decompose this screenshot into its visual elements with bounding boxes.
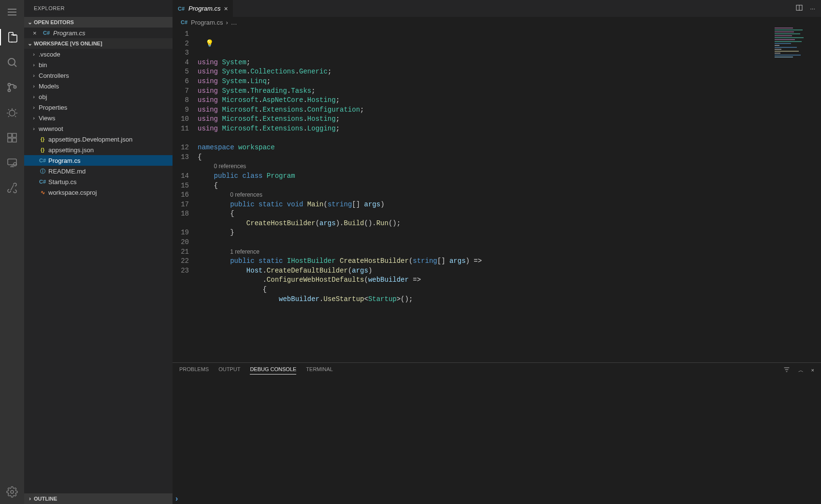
folder-name: obj xyxy=(39,93,47,101)
folder-item[interactable]: ›Views xyxy=(24,113,173,123)
folder-item[interactable]: ›Properties xyxy=(24,102,173,113)
svg-line-10 xyxy=(8,109,9,110)
svg-line-14 xyxy=(8,116,9,117)
sidebar-title: EXPLORER xyxy=(24,0,173,17)
close-icon[interactable]: × xyxy=(224,5,228,13)
file-item[interactable]: ⓘREADME.md xyxy=(24,166,173,176)
file-item[interactable]: C#Program.cs xyxy=(24,155,173,166)
debug-console-body[interactable]: › xyxy=(173,377,821,504)
folder-item[interactable]: ›.vscode xyxy=(24,49,173,59)
svg-point-7 xyxy=(14,86,16,88)
chevron-down-icon: ⌄ xyxy=(26,40,34,47)
svg-point-24 xyxy=(11,490,14,493)
folder-item[interactable]: ›bin xyxy=(24,59,173,70)
folder-item[interactable]: ›Models xyxy=(24,81,173,91)
outline-header[interactable]: › Outline xyxy=(24,493,173,504)
file-name: appsettings.Development.json xyxy=(48,136,132,143)
file-item[interactable]: ∿workspace.csproj xyxy=(24,187,173,198)
sidebar: EXPLORER ⌄ Open Editors × C# Program.cs … xyxy=(24,0,173,504)
lightbulb-icon[interactable]: 💡 xyxy=(205,39,214,49)
debug-icon[interactable] xyxy=(0,104,24,121)
extensions-icon[interactable] xyxy=(0,130,24,146)
app-root: EXPLORER ⌄ Open Editors × C# Program.cs … xyxy=(0,0,821,504)
svg-point-8 xyxy=(9,110,15,116)
csharp-file-icon: C# xyxy=(180,18,188,26)
file-item[interactable]: C#Startup.cs xyxy=(24,176,173,187)
file-item[interactable]: {}appsettings.json xyxy=(24,144,173,155)
editor-tab[interactable]: C# Program.cs × xyxy=(173,0,233,17)
remote-explorer-icon[interactable] xyxy=(0,155,24,171)
svg-rect-17 xyxy=(8,138,12,142)
chevron-right-icon: › xyxy=(26,495,34,502)
folder-item[interactable]: ›wwwroot xyxy=(24,123,173,134)
outline-label: Outline xyxy=(34,496,57,502)
file-tree: ›.vscode›bin›Controllers›Models›obj›Prop… xyxy=(24,49,173,198)
panel-tabs: Problems Output Debug Console Terminal ︿… xyxy=(173,363,821,377)
chevron-right-icon: › xyxy=(31,62,37,68)
activity-bar xyxy=(0,0,24,504)
panel-tab-debug-console[interactable]: Debug Console xyxy=(250,366,296,374)
workspace-header[interactable]: ⌄ Workspace [VS Online] xyxy=(24,38,173,49)
file-item[interactable]: {}appsettings.Development.json xyxy=(24,134,173,144)
file-name: README.md xyxy=(48,168,86,175)
svg-point-6 xyxy=(8,89,11,92)
svg-rect-20 xyxy=(8,159,16,165)
open-editor-item[interactable]: × C# Program.cs xyxy=(24,28,173,38)
folder-item[interactable]: ›Controllers xyxy=(24,70,173,81)
svg-line-15 xyxy=(15,116,16,117)
code-editor[interactable]: 1234567891011 1213 1415161718 1920212223… xyxy=(173,28,821,362)
folder-name: Views xyxy=(39,115,55,122)
folder-item[interactable]: ›obj xyxy=(24,91,173,102)
folder-name: wwwroot xyxy=(39,125,63,132)
tab-bar: C# Program.cs × ··· xyxy=(173,0,821,17)
panel-tab-output[interactable]: Output xyxy=(218,366,240,374)
folder-name: Properties xyxy=(39,104,67,111)
open-editors-header[interactable]: ⌄ Open Editors xyxy=(24,17,173,28)
folder-name: .vscode xyxy=(39,51,60,58)
svg-line-4 xyxy=(14,65,16,67)
chevron-right-icon: › xyxy=(31,94,37,100)
code-content[interactable]: 💡 using System;using System.Collections.… xyxy=(198,28,821,362)
chevron-right-icon: › xyxy=(31,51,37,57)
settings-gear-icon[interactable] xyxy=(0,484,24,500)
file-icon: ⓘ xyxy=(39,167,46,175)
file-icon: C# xyxy=(39,157,46,164)
chevron-right-icon: › xyxy=(31,83,37,89)
file-icon: C# xyxy=(39,178,46,186)
close-icon[interactable]: × xyxy=(33,29,40,37)
csharp-file-icon: C# xyxy=(43,29,50,37)
folder-name: Controllers xyxy=(39,72,69,79)
breadcrumb[interactable]: C# Program.cs › … xyxy=(173,17,821,28)
folder-name: bin xyxy=(39,61,47,69)
breadcrumb-file: Program.cs xyxy=(191,19,223,26)
panel-maximize-icon[interactable]: ︿ xyxy=(798,367,804,374)
file-name: workspace.csproj xyxy=(48,189,97,196)
breadcrumb-sep: › xyxy=(226,19,228,26)
panel-tab-problems[interactable]: Problems xyxy=(179,366,209,374)
svg-rect-18 xyxy=(13,138,16,142)
explorer-icon[interactable] xyxy=(0,29,24,45)
file-icon: {} xyxy=(39,135,46,143)
live-share-icon[interactable] xyxy=(0,180,24,196)
workspace-label: Workspace [VS Online] xyxy=(34,41,102,46)
open-editor-filename: Program.cs xyxy=(53,29,85,37)
file-name: appsettings.json xyxy=(48,146,94,154)
chevron-right-icon: › xyxy=(31,72,37,78)
panel-close-icon[interactable]: × xyxy=(811,367,814,373)
folder-name: Models xyxy=(39,83,59,90)
search-icon[interactable] xyxy=(0,54,24,71)
source-control-icon[interactable] xyxy=(0,79,24,96)
more-actions-icon[interactable]: ··· xyxy=(810,5,815,12)
panel-tab-terminal[interactable]: Terminal xyxy=(306,366,333,374)
open-editors-label: Open Editors xyxy=(34,19,74,25)
bottom-panel: Problems Output Debug Console Terminal ︿… xyxy=(173,362,821,504)
chevron-right-icon: › xyxy=(31,126,37,131)
svg-point-5 xyxy=(8,84,11,86)
menu-icon[interactable] xyxy=(0,4,24,20)
split-editor-icon[interactable] xyxy=(795,4,803,13)
panel-filter-icon[interactable] xyxy=(783,366,791,374)
svg-line-11 xyxy=(15,109,16,110)
chevron-right-icon: › xyxy=(31,115,37,121)
line-number-gutter: 1234567891011 1213 1415161718 1920212223 xyxy=(173,28,198,362)
svg-rect-16 xyxy=(8,133,12,137)
